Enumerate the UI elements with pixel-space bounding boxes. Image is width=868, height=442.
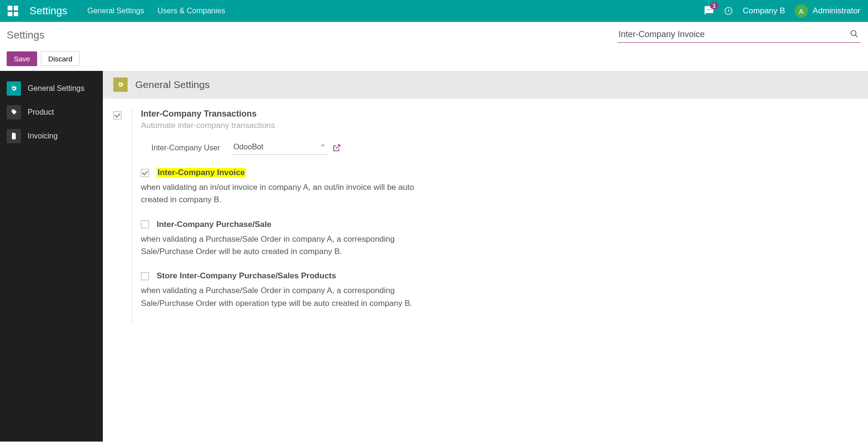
navbar-right: 1 Company B A Administrator [704, 4, 860, 18]
user-name: Administrator [813, 6, 860, 16]
sidebar-item-invoicing[interactable]: Invoicing [0, 124, 103, 148]
navbar-left: Settings General Settings Users & Compan… [8, 5, 225, 17]
setting-subtitle: Automate inter-company transactions [141, 121, 437, 130]
messaging-badge: 1 [710, 2, 718, 9]
messaging-button[interactable]: 1 [704, 5, 714, 17]
user-menu[interactable]: A Administrator [795, 4, 860, 18]
field-intercompany-user: Inter-Company User OdooBot [151, 141, 437, 155]
page-title: Settings [7, 29, 45, 41]
sidebar-item-label: Product [28, 108, 54, 117]
select-intercompany-user[interactable]: OdooBot [232, 141, 328, 155]
section-header: General Settings [103, 71, 868, 98]
checkbox-intercompany-transactions[interactable] [113, 111, 121, 119]
sidebar-item-label: Invoicing [28, 132, 58, 140]
option-intercompany-purchase-sale: Inter-Company Purchase/Sale when validat… [141, 220, 437, 258]
select-value: OdooBot [233, 143, 263, 151]
gear-icon [7, 81, 21, 96]
discard-button[interactable]: Discard [41, 51, 80, 66]
sidebar-item-label: General Settings [28, 84, 84, 93]
svg-point-1 [851, 30, 856, 36]
settings-body: Inter-Company Transactions Automate inte… [103, 98, 868, 334]
sidebar-item-general-settings[interactable]: General Settings [0, 77, 103, 100]
control-panel: Settings Save Discard [0, 22, 868, 71]
gear-icon [113, 78, 128, 92]
field-label: Inter-Company User [151, 144, 220, 152]
nav-menu: General Settings Users & Companies [88, 7, 225, 15]
option-description: when validating a Purchase/Sale Order in… [141, 285, 437, 310]
option-description: when validating an in/out invoice in com… [141, 181, 437, 206]
sidebar: General Settings Product Invoicing [0, 71, 103, 442]
setting-title: Inter-Company Transactions [141, 109, 437, 119]
activities-icon[interactable] [724, 6, 733, 16]
option-store-intercompany-products: Store Inter-Company Purchase/Sales Produ… [141, 271, 437, 310]
invoice-icon [7, 129, 21, 143]
main: General Settings Product Invoicing Gener… [0, 71, 868, 442]
option-label: Inter-Company Purchase/Sale [157, 220, 271, 229]
sidebar-item-product[interactable]: Product [0, 100, 103, 124]
nav-menu-users-companies[interactable]: Users & Companies [158, 7, 225, 15]
section-title: General Settings [135, 79, 210, 90]
option-description: when validating a Purchase/Sale Order in… [141, 233, 437, 258]
option-label: Inter-Company Invoice [157, 168, 246, 177]
search-box [618, 28, 860, 43]
search-input[interactable] [618, 28, 860, 43]
external-link-icon[interactable] [332, 144, 341, 152]
save-button[interactable]: Save [7, 51, 37, 66]
nav-menu-general-settings[interactable]: General Settings [88, 7, 144, 15]
content: General Settings Inter-Company Transacti… [103, 71, 868, 442]
search-icon[interactable] [850, 29, 858, 38]
option-label: Store Inter-Company Purchase/Sales Produ… [157, 271, 336, 281]
tag-icon [7, 105, 21, 119]
checkbox-intercompany-purchase-sale[interactable] [141, 220, 149, 228]
checkbox-store-intercompany-products[interactable] [141, 272, 149, 280]
option-intercompany-invoice: Inter-Company Invoice when validating an… [141, 168, 437, 206]
apps-icon[interactable] [8, 6, 18, 16]
checkbox-intercompany-invoice[interactable] [141, 169, 149, 177]
chevron-down-icon [321, 145, 325, 147]
top-navbar: Settings General Settings Users & Compan… [0, 0, 868, 22]
company-switcher[interactable]: Company B [743, 6, 785, 16]
avatar: A [795, 4, 808, 18]
app-title: Settings [30, 5, 68, 17]
setting-inter-company-transactions: Inter-Company Transactions Automate inte… [113, 109, 858, 323]
